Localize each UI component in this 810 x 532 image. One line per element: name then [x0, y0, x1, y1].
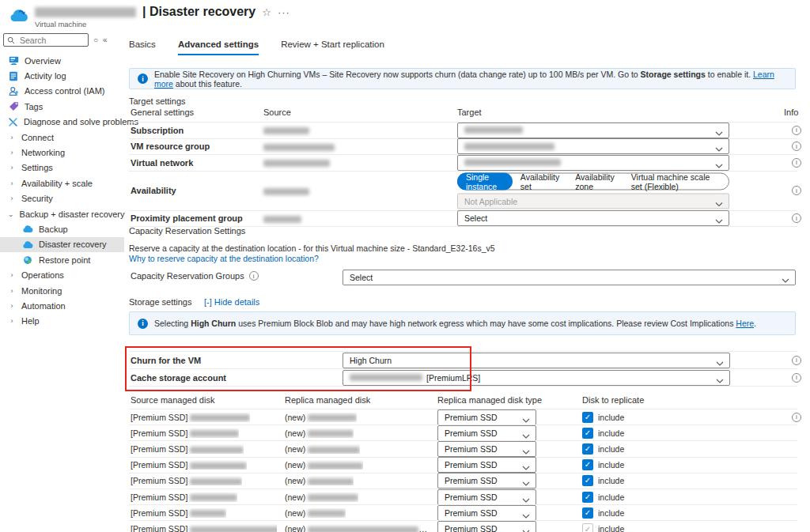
sidebar-item-backup[interactable]: Backup: [0, 221, 124, 236]
target-select-proximity-placement-group[interactable]: Select: [457, 210, 729, 226]
include-checkbox[interactable]: ✓: [582, 475, 593, 486]
sidebar-item-label: Disaster recovery: [39, 240, 107, 249]
row-label: VM resource group: [131, 141, 210, 151]
disk-type-select[interactable]: Premium SSD: [437, 521, 536, 532]
disk-type-select[interactable]: Premium SSD: [437, 505, 536, 521]
more-options-icon[interactable]: ···: [278, 6, 290, 18]
info-icon[interactable]: i: [792, 158, 801, 168]
chevron-right-icon: ›: [8, 317, 16, 325]
sidebar-item-restore-point[interactable]: Restore point: [0, 252, 124, 267]
sidebar-item-label: Settings: [21, 163, 53, 172]
info-icon[interactable]: i: [792, 141, 801, 151]
sidebar-item-label: Security: [21, 194, 53, 203]
sidebar-search[interactable]: [3, 33, 89, 47]
include-checkbox[interactable]: ✓: [582, 507, 593, 519]
search-icon: [7, 36, 15, 44]
replica-prefix: (new): [285, 524, 308, 532]
info-icon[interactable]: i: [792, 213, 801, 223]
disk-type-select[interactable]: Premium SSD: [437, 409, 536, 425]
source-value-redacted: [263, 216, 301, 223]
cache-storage-select[interactable]: [PremiumLRS]: [343, 370, 730, 386]
sidebar-item-label: Connect: [21, 133, 54, 142]
disk-type-select[interactable]: Premium SSD: [437, 441, 536, 457]
search-input[interactable]: [18, 35, 85, 46]
tab-basics[interactable]: Basics: [129, 40, 156, 55]
hide-details-toggle[interactable]: [-] Hide details: [204, 297, 259, 307]
sidebar-item-label: Monitoring: [21, 286, 62, 296]
cost-implications-link[interactable]: Here: [736, 319, 754, 328]
replica-disk-name-redacted: [308, 430, 354, 437]
sidebar-nav: OverviewActivity logAccess control (IAM)…: [0, 53, 124, 329]
info-icon[interactable]: i: [792, 186, 801, 195]
availability-option-virtual-machine-scale-set-flexible[interactable]: Virtual machine scale set (Flexible): [623, 172, 725, 191]
target-row-availability: AvailabilitySingle instanceAvailability …: [129, 171, 797, 210]
source-disk-name-redacted: [190, 430, 239, 437]
churn-select[interactable]: High Churn: [343, 353, 730, 368]
target-row-virtual-network: Virtual networki: [129, 154, 797, 171]
sidebar-item-automation[interactable]: ›Automation: [0, 298, 124, 313]
info-icon[interactable]: i: [792, 413, 801, 422]
replica-disk-name-redacted: [308, 526, 418, 532]
sidebar-item-disaster-recovery[interactable]: Disaster recovery: [0, 237, 124, 252]
disk-type-select[interactable]: Premium SSD: [437, 457, 536, 473]
chevron-down-icon: [522, 462, 530, 472]
tab-advanced-settings[interactable]: Advanced settings: [178, 40, 259, 55]
source-disk-name-redacted: [190, 462, 247, 470]
tab-review-start-replication[interactable]: Review + Start replication: [281, 40, 384, 55]
chevron-down-icon: [522, 415, 530, 424]
disk-type-select[interactable]: Premium SSD: [437, 473, 536, 489]
capacity-why-link[interactable]: Why to reserve capacity at the destinati…: [129, 254, 319, 263]
source-value-redacted: [263, 160, 330, 167]
include-checkbox[interactable]: ✓: [582, 412, 593, 423]
availability-option-single-instance[interactable]: Single instance: [457, 173, 513, 191]
chevron-down-icon: [715, 144, 723, 153]
sidebar-item-tags[interactable]: Tags: [0, 99, 124, 114]
capacity-groups-select[interactable]: Select: [343, 270, 796, 285]
info-icon[interactable]: i: [249, 271, 259, 281]
availability-option-availability-set[interactable]: Availability set: [513, 172, 567, 191]
sidebar-item-monitoring[interactable]: ›Monitoring: [0, 283, 124, 298]
include-checkbox[interactable]: ✓: [582, 443, 593, 455]
sidebar-item-connect[interactable]: ›Connect: [0, 130, 124, 145]
sidebar-item-access-control-iam[interactable]: Access control (IAM): [0, 84, 124, 99]
churn-label: Churn for the VM: [131, 356, 201, 365]
info-icon: i: [138, 74, 148, 84]
disk-row: [Premium SSD] (new) Premium SSD✓include: [129, 424, 797, 440]
collapse-sidebar-icon[interactable]: «: [103, 36, 108, 44]
sidebar-item-settings[interactable]: ›Settings: [0, 160, 124, 175]
sidebar-item-operations[interactable]: ›Operations: [0, 267, 124, 282]
sidebar-item-help[interactable]: ›Help: [0, 314, 124, 329]
sidebar-item-label: Tags: [25, 102, 43, 111]
target-select-vm-resource-group[interactable]: [457, 138, 729, 154]
source-disk-name-redacted: [190, 414, 250, 421]
sidebar-item-overview[interactable]: Overview: [0, 53, 124, 68]
row-label: Virtual network: [131, 158, 193, 168]
sidebar-item-activity-log[interactable]: Activity log: [0, 68, 124, 83]
availability-option-availability-zone[interactable]: Availability zone: [567, 172, 623, 191]
chevron-right-icon: ›: [8, 194, 16, 202]
info-icon[interactable]: i: [792, 126, 801, 135]
disk-tier-prefix: [Premium SSD]: [131, 492, 190, 502]
disk-type-select[interactable]: Premium SSD: [437, 425, 536, 441]
source-disk-name-redacted: [190, 447, 244, 454]
info-icon[interactable]: i: [792, 356, 801, 365]
target-select-subscription[interactable]: [457, 123, 729, 138]
refresh-icon[interactable]: ○: [93, 36, 98, 44]
sidebar-item-label: Operations: [21, 270, 64, 280]
info-icon[interactable]: i: [792, 373, 801, 383]
include-checkbox[interactable]: ✓: [582, 428, 593, 439]
source-value-redacted: [263, 144, 335, 151]
disk-row: [Premium SSD] (new) Premium SSD✓include: [129, 473, 797, 489]
favorite-star-icon[interactable]: ☆: [262, 6, 271, 18]
include-checkbox[interactable]: ✓: [582, 492, 593, 503]
target-select-virtual-network[interactable]: [457, 155, 729, 171]
sidebar-item-security[interactable]: ›Security: [0, 191, 124, 206]
sidebar-item-availability-scale[interactable]: ›Availability + scale: [0, 175, 124, 191]
disk-type-select[interactable]: Premium SSD: [437, 489, 536, 505]
sidebar-item-networking[interactable]: ›Networking: [0, 145, 124, 160]
sidebar-item-label: Overview: [25, 56, 61, 66]
sidebar-item-label: Help: [21, 316, 40, 326]
sidebar-item-backup-disaster-recovery[interactable]: ⌄Backup + disaster recovery: [0, 206, 124, 221]
include-checkbox[interactable]: ✓: [582, 459, 593, 470]
sidebar-item-diagnose-and-solve-problems[interactable]: Diagnose and solve problems: [0, 115, 124, 130]
